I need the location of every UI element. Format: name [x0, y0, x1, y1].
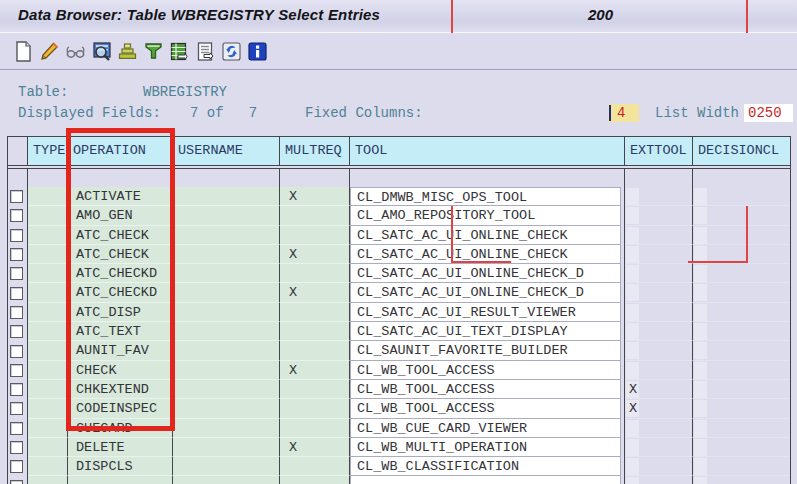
cell-tool: CL_WB_CUE_CARD_VIEWER [350, 419, 625, 438]
cell-tool: CL_WB_CLASSIFICATION [350, 457, 625, 476]
cell-username [173, 245, 280, 264]
table-row[interactable]: ACTIVATE X CL_DMWB_MISC_OPS_TOOL [8, 187, 790, 206]
display-entry-icon [65, 41, 86, 62]
cell-exttool [625, 283, 693, 302]
cell-type [28, 399, 68, 418]
create-entry-button[interactable] [12, 40, 35, 64]
cell-multreq [280, 322, 350, 341]
row-checkbox[interactable] [10, 364, 23, 377]
row-checkbox[interactable] [10, 480, 23, 484]
cell-username [173, 303, 280, 322]
row-checkbox[interactable] [10, 441, 23, 454]
row-select-cell [8, 419, 28, 438]
cell-multreq [280, 341, 350, 360]
row-checkbox[interactable] [10, 460, 23, 473]
cell-username [173, 264, 280, 283]
detail-button[interactable] [90, 40, 113, 64]
table-row[interactable]: AMO_GEN CL_AMO_REPOSITORY_TOOL [8, 206, 790, 225]
table-row[interactable]: ATC_DISP CL_SATC_AC_UI_RESULT_VIEWER [8, 303, 790, 322]
table-row[interactable]: ATC_CHECKD X CL_SATC_AC_UI_ONLINE_CHECK_… [8, 283, 790, 302]
table-row[interactable]: ATC_CHECK CL_SATC_AC_UI_ONLINE_CHECK [8, 226, 790, 245]
cell-exttool [625, 419, 693, 438]
cell-multreq [280, 206, 350, 225]
spreadsheet-export-icon [169, 41, 190, 62]
table-row[interactable]: CHECK X CL_WB_TOOL_ACCESS [8, 361, 790, 380]
table-row[interactable]: ATC_TEXT CL_SATC_AC_UI_TEXT_DISPLAY [8, 322, 790, 341]
row-checkbox[interactable] [10, 306, 23, 319]
display-entry-button[interactable] [64, 40, 87, 64]
table-row[interactable]: CODEINSPEC CL_WB_TOOL_ACCESS X [8, 399, 790, 418]
info-icon [247, 41, 268, 62]
row-checkbox[interactable] [10, 267, 23, 280]
cell-type [28, 457, 68, 476]
column-header-exttool[interactable]: EXTTOOL [625, 137, 693, 166]
grid-body: ACTIVATE X CL_DMWB_MISC_OPS_TOOL AMO_GEN… [8, 187, 790, 476]
info-button[interactable] [246, 40, 269, 64]
table-row[interactable]: DISPCLS CL_WB_CLASSIFICATION [8, 457, 790, 476]
table-row[interactable]: ATC_CHECK X CL_SATC_AC_UI_ONLINE_CHECK [8, 245, 790, 264]
change-entry-button[interactable] [38, 40, 61, 64]
row-checkbox[interactable] [10, 209, 23, 222]
row-select-cell [8, 245, 28, 264]
table-row[interactable]: AUNIT_FAV CL_SAUNIT_FAVORITE_BUILDER [8, 341, 790, 360]
cell-operation: ATC_CHECKD [68, 264, 173, 283]
refresh-button[interactable] [220, 40, 243, 64]
sort-ascending-button[interactable] [116, 40, 139, 64]
spacer-row [8, 169, 790, 187]
cell-type [28, 322, 68, 341]
fixed-columns-input[interactable]: 4 [608, 104, 639, 122]
row-checkbox[interactable] [10, 345, 23, 358]
cell-multreq: X [280, 245, 350, 264]
word-export-button[interactable] [194, 40, 217, 64]
filter-icon [143, 41, 164, 62]
list-width-input[interactable]: 0250 [744, 104, 793, 122]
row-checkbox[interactable] [10, 287, 23, 300]
displayed-fields-value: 7 of 7 [190, 105, 257, 121]
row-checkbox[interactable] [10, 248, 23, 261]
row-select-cell [8, 303, 28, 322]
cell-decisioncl [693, 322, 791, 341]
spreadsheet-export-button[interactable] [168, 40, 191, 64]
cell-type [28, 187, 68, 206]
cell-multreq: X [280, 187, 350, 206]
filter-button[interactable] [142, 40, 165, 64]
table-row[interactable]: DELETE X CL_WB_MULTI_OPERATION [8, 438, 790, 457]
table-row[interactable]: CHKEXTEND CL_WB_TOOL_ACCESS X [8, 380, 790, 399]
table-row[interactable]: CUECARD CL_WB_CUE_CARD_VIEWER [8, 419, 790, 438]
table-row[interactable]: ATC_CHECKD CL_SATC_AC_UI_ONLINE_CHECK_D [8, 264, 790, 283]
table-label: Table: [18, 84, 68, 100]
cell-multreq [280, 264, 350, 283]
cell-tool: CL_SATC_AC_UI_ONLINE_CHECK_D [350, 264, 625, 283]
column-header-select[interactable] [8, 137, 28, 166]
row-checkbox[interactable] [10, 190, 23, 203]
cell-type [28, 245, 68, 264]
cell-multreq: X [280, 361, 350, 380]
cell-multreq [280, 303, 350, 322]
table-name-value: WBREGISTRY [143, 84, 227, 100]
column-header-decisioncl[interactable]: DECISIONCL [693, 137, 791, 166]
cell-username [173, 419, 280, 438]
row-select-cell [8, 322, 28, 341]
cell-operation: ATC_CHECK [68, 226, 173, 245]
cell-exttool [625, 245, 693, 264]
title-bar: Data Browser: Table WBREGISTRY Select En… [0, 0, 797, 33]
column-header-username[interactable]: USERNAME [173, 137, 280, 166]
row-checkbox[interactable] [10, 402, 23, 415]
column-header-tool[interactable]: TOOL [350, 137, 625, 166]
cell-type [28, 380, 68, 399]
cell-username [173, 361, 280, 380]
column-header-operation[interactable]: OPERATION [68, 137, 173, 166]
cell-operation: DELETE [68, 438, 173, 457]
cell-tool: CL_AMO_REPOSITORY_TOOL [350, 206, 625, 225]
row-select-cell [8, 283, 28, 302]
row-checkbox[interactable] [10, 422, 23, 435]
row-checkbox[interactable] [10, 229, 23, 242]
cell-type [28, 303, 68, 322]
row-checkbox[interactable] [10, 325, 23, 338]
cell-operation: AMO_GEN [68, 206, 173, 225]
cell-operation: CODEINSPEC [68, 399, 173, 418]
column-header-type[interactable]: TYPE [28, 137, 68, 166]
cell-tool: CL_SATC_AC_UI_TEXT_DISPLAY [350, 322, 625, 341]
row-checkbox[interactable] [10, 383, 23, 396]
column-header-multreq[interactable]: MULTREQ [280, 137, 350, 166]
